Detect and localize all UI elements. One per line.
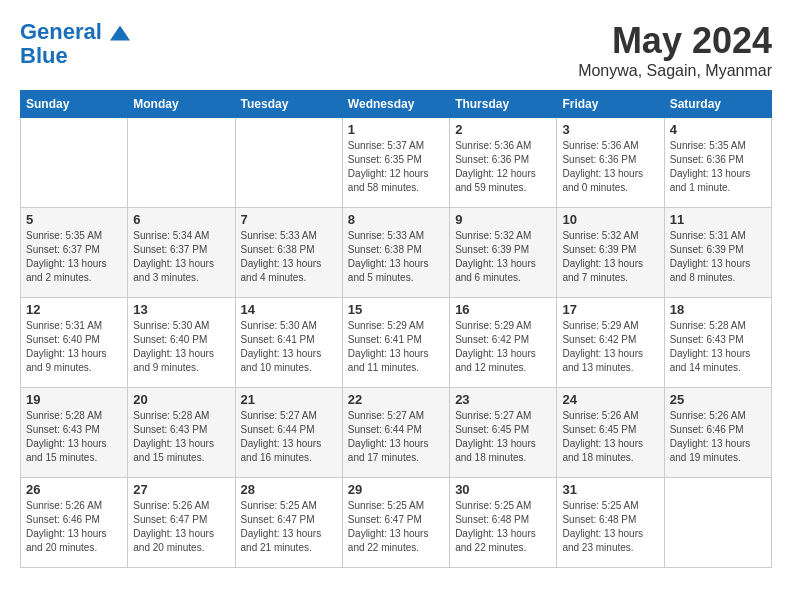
- day-info: Sunrise: 5:27 AMSunset: 6:44 PMDaylight:…: [241, 409, 337, 465]
- month-title: May 2024: [578, 20, 772, 62]
- title-block: May 2024 Monywa, Sagain, Myanmar: [578, 20, 772, 80]
- day-number: 4: [670, 122, 766, 137]
- day-number: 21: [241, 392, 337, 407]
- calendar-cell: 15Sunrise: 5:29 AMSunset: 6:41 PMDayligh…: [342, 298, 449, 388]
- calendar-cell: 16Sunrise: 5:29 AMSunset: 6:42 PMDayligh…: [450, 298, 557, 388]
- day-info: Sunrise: 5:29 AMSunset: 6:42 PMDaylight:…: [455, 319, 551, 375]
- calendar-cell: 18Sunrise: 5:28 AMSunset: 6:43 PMDayligh…: [664, 298, 771, 388]
- day-info: Sunrise: 5:33 AMSunset: 6:38 PMDaylight:…: [348, 229, 444, 285]
- calendar-cell: 14Sunrise: 5:30 AMSunset: 6:41 PMDayligh…: [235, 298, 342, 388]
- day-number: 10: [562, 212, 658, 227]
- calendar-cell: 24Sunrise: 5:26 AMSunset: 6:45 PMDayligh…: [557, 388, 664, 478]
- day-number: 20: [133, 392, 229, 407]
- weekday-header-tuesday: Tuesday: [235, 91, 342, 118]
- day-number: 2: [455, 122, 551, 137]
- day-number: 28: [241, 482, 337, 497]
- day-number: 23: [455, 392, 551, 407]
- day-number: 31: [562, 482, 658, 497]
- day-info: Sunrise: 5:26 AMSunset: 6:47 PMDaylight:…: [133, 499, 229, 555]
- calendar-week-1: 1Sunrise: 5:37 AMSunset: 6:35 PMDaylight…: [21, 118, 772, 208]
- day-number: 9: [455, 212, 551, 227]
- day-info: Sunrise: 5:25 AMSunset: 6:48 PMDaylight:…: [562, 499, 658, 555]
- weekday-header-saturday: Saturday: [664, 91, 771, 118]
- calendar-week-4: 19Sunrise: 5:28 AMSunset: 6:43 PMDayligh…: [21, 388, 772, 478]
- day-number: 15: [348, 302, 444, 317]
- logo: General Blue: [20, 20, 130, 68]
- day-info: Sunrise: 5:29 AMSunset: 6:42 PMDaylight:…: [562, 319, 658, 375]
- day-info: Sunrise: 5:28 AMSunset: 6:43 PMDaylight:…: [670, 319, 766, 375]
- calendar-cell: 31Sunrise: 5:25 AMSunset: 6:48 PMDayligh…: [557, 478, 664, 568]
- day-info: Sunrise: 5:31 AMSunset: 6:40 PMDaylight:…: [26, 319, 122, 375]
- weekday-header-friday: Friday: [557, 91, 664, 118]
- day-number: 27: [133, 482, 229, 497]
- calendar-cell: 8Sunrise: 5:33 AMSunset: 6:38 PMDaylight…: [342, 208, 449, 298]
- calendar-cell: 26Sunrise: 5:26 AMSunset: 6:46 PMDayligh…: [21, 478, 128, 568]
- day-info: Sunrise: 5:36 AMSunset: 6:36 PMDaylight:…: [562, 139, 658, 195]
- logo-text: General Blue: [20, 20, 130, 68]
- day-info: Sunrise: 5:33 AMSunset: 6:38 PMDaylight:…: [241, 229, 337, 285]
- day-number: 19: [26, 392, 122, 407]
- day-info: Sunrise: 5:28 AMSunset: 6:43 PMDaylight:…: [26, 409, 122, 465]
- calendar-week-3: 12Sunrise: 5:31 AMSunset: 6:40 PMDayligh…: [21, 298, 772, 388]
- calendar-cell: 3Sunrise: 5:36 AMSunset: 6:36 PMDaylight…: [557, 118, 664, 208]
- calendar-cell: 25Sunrise: 5:26 AMSunset: 6:46 PMDayligh…: [664, 388, 771, 478]
- calendar-cell: 6Sunrise: 5:34 AMSunset: 6:37 PMDaylight…: [128, 208, 235, 298]
- calendar-cell: 17Sunrise: 5:29 AMSunset: 6:42 PMDayligh…: [557, 298, 664, 388]
- day-info: Sunrise: 5:26 AMSunset: 6:46 PMDaylight:…: [670, 409, 766, 465]
- calendar-cell: 5Sunrise: 5:35 AMSunset: 6:37 PMDaylight…: [21, 208, 128, 298]
- day-number: 18: [670, 302, 766, 317]
- day-info: Sunrise: 5:36 AMSunset: 6:36 PMDaylight:…: [455, 139, 551, 195]
- day-number: 24: [562, 392, 658, 407]
- day-info: Sunrise: 5:32 AMSunset: 6:39 PMDaylight:…: [562, 229, 658, 285]
- day-number: 3: [562, 122, 658, 137]
- calendar-cell: 9Sunrise: 5:32 AMSunset: 6:39 PMDaylight…: [450, 208, 557, 298]
- weekday-header-row: SundayMondayTuesdayWednesdayThursdayFrid…: [21, 91, 772, 118]
- weekday-header-sunday: Sunday: [21, 91, 128, 118]
- day-info: Sunrise: 5:31 AMSunset: 6:39 PMDaylight:…: [670, 229, 766, 285]
- calendar-cell: [128, 118, 235, 208]
- calendar-cell: 1Sunrise: 5:37 AMSunset: 6:35 PMDaylight…: [342, 118, 449, 208]
- calendar-week-5: 26Sunrise: 5:26 AMSunset: 6:46 PMDayligh…: [21, 478, 772, 568]
- day-info: Sunrise: 5:26 AMSunset: 6:46 PMDaylight:…: [26, 499, 122, 555]
- calendar-week-2: 5Sunrise: 5:35 AMSunset: 6:37 PMDaylight…: [21, 208, 772, 298]
- calendar-cell: 7Sunrise: 5:33 AMSunset: 6:38 PMDaylight…: [235, 208, 342, 298]
- calendar-cell: 30Sunrise: 5:25 AMSunset: 6:48 PMDayligh…: [450, 478, 557, 568]
- day-number: 26: [26, 482, 122, 497]
- calendar-cell: [235, 118, 342, 208]
- day-number: 30: [455, 482, 551, 497]
- day-number: 6: [133, 212, 229, 227]
- weekday-header-monday: Monday: [128, 91, 235, 118]
- location: Monywa, Sagain, Myanmar: [578, 62, 772, 80]
- calendar-cell: 23Sunrise: 5:27 AMSunset: 6:45 PMDayligh…: [450, 388, 557, 478]
- day-info: Sunrise: 5:25 AMSunset: 6:47 PMDaylight:…: [348, 499, 444, 555]
- day-number: 1: [348, 122, 444, 137]
- day-number: 22: [348, 392, 444, 407]
- day-number: 7: [241, 212, 337, 227]
- calendar-cell: 22Sunrise: 5:27 AMSunset: 6:44 PMDayligh…: [342, 388, 449, 478]
- day-number: 25: [670, 392, 766, 407]
- day-info: Sunrise: 5:30 AMSunset: 6:41 PMDaylight:…: [241, 319, 337, 375]
- day-info: Sunrise: 5:27 AMSunset: 6:44 PMDaylight:…: [348, 409, 444, 465]
- calendar-cell: 27Sunrise: 5:26 AMSunset: 6:47 PMDayligh…: [128, 478, 235, 568]
- day-info: Sunrise: 5:32 AMSunset: 6:39 PMDaylight:…: [455, 229, 551, 285]
- calendar-table: SundayMondayTuesdayWednesdayThursdayFrid…: [20, 90, 772, 568]
- day-number: 29: [348, 482, 444, 497]
- page-header: General Blue May 2024 Monywa, Sagain, My…: [20, 20, 772, 80]
- calendar-body: 1Sunrise: 5:37 AMSunset: 6:35 PMDaylight…: [21, 118, 772, 568]
- day-info: Sunrise: 5:25 AMSunset: 6:47 PMDaylight:…: [241, 499, 337, 555]
- weekday-header-wednesday: Wednesday: [342, 91, 449, 118]
- calendar-cell: 19Sunrise: 5:28 AMSunset: 6:43 PMDayligh…: [21, 388, 128, 478]
- day-number: 16: [455, 302, 551, 317]
- calendar-cell: [664, 478, 771, 568]
- day-info: Sunrise: 5:35 AMSunset: 6:36 PMDaylight:…: [670, 139, 766, 195]
- weekday-header-thursday: Thursday: [450, 91, 557, 118]
- calendar-cell: 12Sunrise: 5:31 AMSunset: 6:40 PMDayligh…: [21, 298, 128, 388]
- day-info: Sunrise: 5:37 AMSunset: 6:35 PMDaylight:…: [348, 139, 444, 195]
- day-info: Sunrise: 5:29 AMSunset: 6:41 PMDaylight:…: [348, 319, 444, 375]
- calendar-cell: 13Sunrise: 5:30 AMSunset: 6:40 PMDayligh…: [128, 298, 235, 388]
- calendar-cell: 2Sunrise: 5:36 AMSunset: 6:36 PMDaylight…: [450, 118, 557, 208]
- day-number: 11: [670, 212, 766, 227]
- calendar-cell: 11Sunrise: 5:31 AMSunset: 6:39 PMDayligh…: [664, 208, 771, 298]
- calendar-cell: 10Sunrise: 5:32 AMSunset: 6:39 PMDayligh…: [557, 208, 664, 298]
- calendar-cell: 4Sunrise: 5:35 AMSunset: 6:36 PMDaylight…: [664, 118, 771, 208]
